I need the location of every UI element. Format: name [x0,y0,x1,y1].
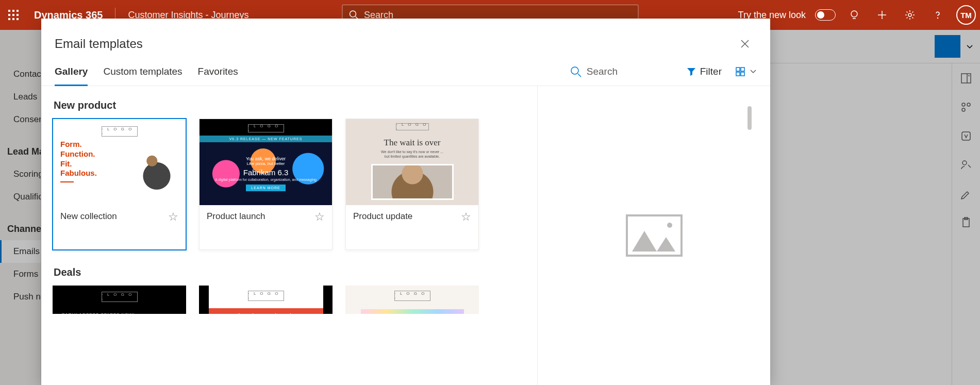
email-templates-dialog: Email templates Gallery Custom templates… [41,19,770,385]
template-card-cyber-monday[interactable]: · L O G O · the cyber monday sale [199,286,333,314]
template-name: Product update [353,211,412,222]
preview-pane [537,86,770,385]
template-thumbnail: · L O G O · EARLY ACCESS STARTS NOW! [53,286,186,314]
template-card-early-access[interactable]: · L O G O · EARLY ACCESS STARTS NOW! [53,286,186,314]
template-name: Product launch [207,211,265,222]
template-search-input[interactable] [587,66,654,77]
gear-icon[interactable] [901,6,919,24]
svg-point-15 [908,13,911,16]
template-card-seasonal[interactable]: · L O G O · [345,286,479,314]
try-new-look-toggle[interactable] [815,9,836,21]
svg-point-45 [571,67,578,74]
svg-rect-6 [8,18,10,20]
template-thumbnail: · L O G O · the cyber monday sale [199,286,333,314]
filter-button[interactable]: Filter [687,66,722,77]
favorite-star-icon[interactable]: ☆ [461,211,471,223]
close-icon [740,39,750,48]
svg-rect-49 [736,72,740,76]
tab-favorites[interactable]: Favorites [198,58,238,86]
grid-view-icon [735,66,745,77]
svg-rect-0 [8,10,10,12]
image-placeholder-icon [626,214,683,257]
svg-rect-48 [741,68,744,71]
close-button[interactable] [736,35,754,53]
chevron-down-icon [750,68,757,75]
template-thumbnail: · L O G O · Form. Function. Fit. Fabulou… [53,119,186,205]
svg-rect-3 [8,14,10,16]
user-avatar[interactable]: TM [956,5,976,25]
dialog-tabs: Gallery Custom templates Favorites Filte… [41,58,770,86]
svg-rect-1 [12,10,14,12]
template-card-new-collection[interactable]: · L O G O · Form. Function. Fit. Fabulou… [53,119,186,250]
tab-custom-templates[interactable]: Custom templates [103,58,182,86]
dialog-title: Email templates [55,37,143,51]
svg-point-9 [350,11,356,17]
svg-rect-5 [16,14,19,16]
template-card-product-update[interactable]: · L O G O · The wait is over We don't li… [345,119,479,250]
favorite-star-icon[interactable]: ☆ [314,211,325,223]
gallery-pane[interactable]: New product · L O G O · Form. Function. … [41,86,537,385]
svg-rect-50 [741,72,744,76]
svg-rect-4 [12,14,14,16]
add-icon[interactable] [873,6,891,24]
svg-point-16 [938,18,938,19]
svg-rect-47 [736,68,740,71]
favorite-star-icon[interactable]: ☆ [168,211,178,223]
app-launcher-icon[interactable] [4,6,23,24]
svg-point-11 [851,11,857,17]
svg-rect-8 [16,18,19,20]
svg-rect-2 [16,10,19,12]
svg-rect-7 [12,18,14,20]
template-name: New collection [60,211,117,222]
scrollbar-thumb[interactable] [748,106,752,130]
template-card-product-launch[interactable]: · L O G O · V6.3 RELEASE — NEW FEATURES … [199,119,333,250]
template-search[interactable] [570,66,673,77]
view-selector[interactable] [735,66,757,77]
template-thumbnail: · L O G O · [345,286,479,314]
lightbulb-icon[interactable] [845,6,863,24]
filter-icon [687,67,696,76]
section-deals-title: Deals [54,266,526,278]
section-new-product-title: New product [54,99,526,111]
search-icon [570,66,582,77]
tab-gallery[interactable]: Gallery [55,58,88,86]
template-thumbnail: · L O G O · V6.3 RELEASE — NEW FEATURES … [200,119,332,205]
filter-label: Filter [700,66,722,77]
svg-line-46 [578,74,581,77]
help-icon[interactable] [928,6,947,24]
template-thumbnail: · L O G O · The wait is over We don't li… [346,119,478,205]
